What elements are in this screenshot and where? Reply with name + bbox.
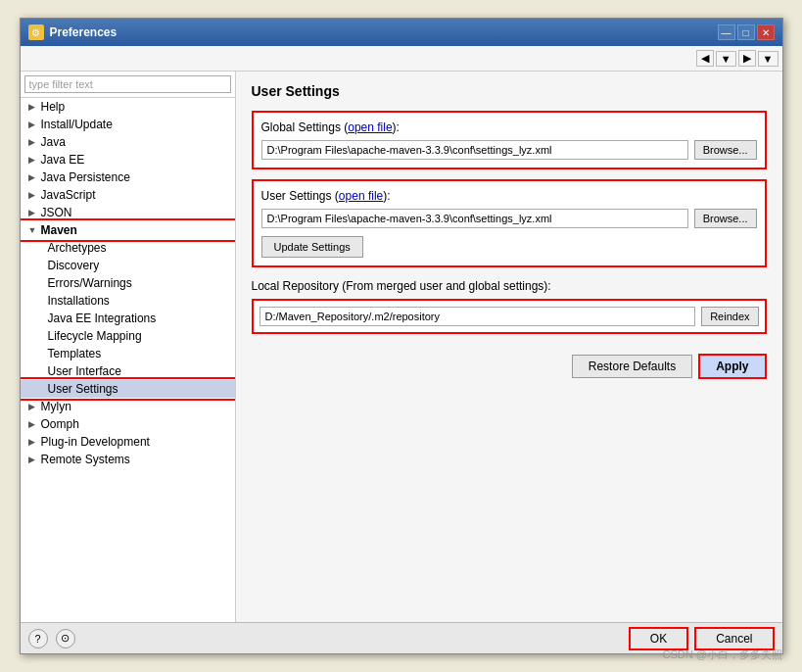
tree-label-errors-warnings: Errors/Warnings: [48, 276, 132, 290]
window-controls: — □ ✕: [718, 24, 775, 40]
tree-arrow-java: ▶: [28, 137, 38, 147]
user-settings-group: User Settings (open file): Browse... Upd…: [252, 179, 767, 267]
minimize-button[interactable]: —: [718, 24, 735, 40]
update-settings-button[interactable]: Update Settings: [261, 236, 363, 258]
tree-label-java-persistence: Java Persistence: [41, 170, 130, 184]
tree-label-mylyn: Mylyn: [41, 400, 71, 413]
footer-buttons: OK Cancel: [629, 627, 775, 650]
tree-container: ▶Help▶Install/Update▶Java▶Java EE▶Java P…: [21, 98, 235, 622]
tree-label-user-settings: User Settings: [48, 382, 118, 396]
tree-item-remote-systems[interactable]: ▶Remote Systems: [21, 451, 235, 468]
cancel-button[interactable]: Cancel: [694, 627, 774, 650]
user-settings-input[interactable]: [261, 209, 688, 228]
preferences-window: ⚙ Preferences — □ ✕ ◀ ▼ ▶ ▼ ▶Help▶Instal…: [20, 18, 783, 654]
tree-arrow-java-ee: ▶: [28, 155, 38, 165]
tree-label-javascript: JavaScript: [41, 188, 96, 202]
window-icon: ⚙: [28, 24, 44, 40]
tree-item-javascript[interactable]: ▶JavaScript: [21, 186, 235, 204]
tree-item-java-persistence[interactable]: ▶Java Persistence: [21, 168, 235, 186]
tree-item-json[interactable]: ▶JSON: [21, 204, 235, 221]
main-content: ▶Help▶Install/Update▶Java▶Java EE▶Java P…: [21, 72, 782, 622]
user-settings-input-row: Browse...: [261, 209, 757, 228]
title-bar: ⚙ Preferences — □ ✕: [21, 19, 782, 46]
help-icon[interactable]: ?: [28, 629, 48, 648]
user-browse-button[interactable]: Browse...: [694, 209, 757, 228]
tree-label-user-interface: User Interface: [48, 364, 121, 378]
tree-item-lifecycle-mapping[interactable]: Lifecycle Mapping: [21, 327, 235, 345]
forward-dropdown[interactable]: ▼: [758, 51, 778, 67]
close-button[interactable]: ✕: [757, 24, 775, 40]
global-settings-input-row: Browse...: [261, 140, 757, 160]
tree-label-templates: Templates: [48, 347, 102, 360]
title-bar-left: ⚙ Preferences: [28, 24, 118, 40]
tree-item-user-settings[interactable]: User Settings: [21, 380, 235, 398]
tree-item-help[interactable]: ▶Help: [21, 98, 235, 116]
maximize-button[interactable]: □: [737, 24, 755, 40]
local-repo-group: Reindex: [252, 299, 767, 334]
tree-label-oomph: Oomph: [41, 417, 79, 431]
global-settings-input[interactable]: [261, 140, 688, 160]
tree-arrow-javascript: ▶: [28, 190, 38, 200]
tree-label-discovery: Discovery: [48, 259, 100, 272]
tree-label-install-update: Install/Update: [41, 118, 113, 131]
toolbar: ◀ ▼ ▶ ▼: [21, 46, 782, 72]
tree-label-plugin-development: Plug-in Development: [41, 435, 150, 449]
ok-button[interactable]: OK: [629, 627, 688, 650]
tree-arrow-help: ▶: [28, 102, 38, 112]
tree-label-remote-systems: Remote Systems: [41, 453, 130, 466]
tree-arrow-install-update: ▶: [28, 120, 38, 129]
tree-label-json: JSON: [41, 206, 72, 219]
back-button[interactable]: ◀: [696, 50, 714, 67]
tree-item-user-interface[interactable]: User Interface: [21, 362, 235, 380]
panel-title: User Settings: [252, 83, 767, 99]
search-box: [21, 72, 235, 98]
search-input[interactable]: [24, 75, 231, 93]
global-settings-label: Global Settings (open file):: [261, 120, 757, 134]
tree-arrow-mylyn: ▶: [28, 402, 38, 411]
tree-label-java-ee: Java EE: [41, 153, 85, 167]
tree-item-archetypes[interactable]: Archetypes: [21, 239, 235, 257]
action-buttons: Restore Defaults Apply: [252, 334, 767, 379]
apply-button[interactable]: Apply: [698, 354, 766, 379]
tree-item-mylyn[interactable]: ▶Mylyn: [21, 398, 235, 415]
local-repo-label: Local Repository (From merged user and g…: [252, 279, 767, 293]
tree-label-archetypes: Archetypes: [48, 241, 107, 255]
tree-item-java-ee-integration[interactable]: Java EE Integrations: [21, 310, 235, 327]
tree-label-installations: Installations: [48, 294, 110, 308]
tree-arrow-oomph: ▶: [28, 419, 38, 429]
forward-button[interactable]: ▶: [738, 50, 756, 67]
restore-defaults-button[interactable]: Restore Defaults: [572, 355, 692, 378]
tree-arrow-remote-systems: ▶: [28, 455, 38, 464]
reindex-button[interactable]: Reindex: [701, 307, 758, 326]
user-settings-label: User Settings (open file):: [261, 189, 757, 203]
local-repo-input[interactable]: [259, 307, 696, 326]
tree-item-installations[interactable]: Installations: [21, 292, 235, 310]
tree-arrow-maven: ▼: [28, 225, 38, 235]
tree-label-java: Java: [41, 135, 66, 149]
tree-item-plugin-development[interactable]: ▶Plug-in Development: [21, 433, 235, 451]
back-dropdown[interactable]: ▼: [716, 51, 736, 67]
footer-icons: ? ⊙: [28, 629, 75, 648]
window-title: Preferences: [50, 25, 118, 39]
tree-item-install-update[interactable]: ▶Install/Update: [21, 116, 235, 133]
tree-item-templates[interactable]: Templates: [21, 345, 235, 362]
tree-arrow-json: ▶: [28, 208, 38, 217]
right-panel: User Settings Global Settings (open file…: [236, 72, 782, 622]
tree-arrow-plugin-development: ▶: [28, 437, 38, 447]
tree-item-oomph[interactable]: ▶Oomph: [21, 415, 235, 433]
tree-item-discovery[interactable]: Discovery: [21, 257, 235, 274]
tree-item-maven[interactable]: ▼Maven: [21, 221, 235, 239]
global-browse-button[interactable]: Browse...: [694, 140, 757, 160]
tree-item-errors-warnings[interactable]: Errors/Warnings: [21, 274, 235, 292]
nav-arrows: ◀ ▼ ▶ ▼: [696, 50, 778, 67]
global-settings-group: Global Settings (open file): Browse...: [252, 111, 767, 169]
global-open-file-link[interactable]: open file: [348, 120, 392, 134]
settings-icon[interactable]: ⊙: [56, 629, 75, 648]
tree-label-maven: Maven: [41, 223, 77, 237]
tree-item-java[interactable]: ▶Java: [21, 133, 235, 151]
tree-label-help: Help: [41, 100, 66, 114]
user-open-file-link[interactable]: open file: [339, 189, 383, 203]
left-panel: ▶Help▶Install/Update▶Java▶Java EE▶Java P…: [21, 72, 236, 622]
tree-item-java-ee[interactable]: ▶Java EE: [21, 151, 235, 168]
watermark: CSDN @小白，多多关照: [663, 648, 782, 662]
